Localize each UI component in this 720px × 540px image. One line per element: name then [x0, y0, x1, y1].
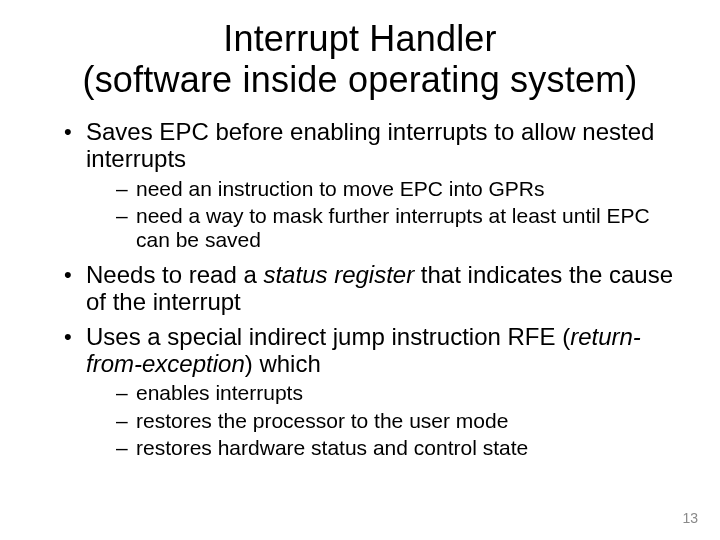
bullet-item: Needs to read a status register that ind… — [64, 262, 684, 316]
sub-item: restores hardware status and control sta… — [116, 436, 684, 460]
title-line-1: Interrupt Handler — [223, 18, 497, 59]
bullet-item: Uses a special indirect jump instruction… — [64, 324, 684, 460]
bullet-text: Saves EPC before enabling interrupts to … — [86, 118, 654, 172]
sub-item: need an instruction to move EPC into GPR… — [116, 177, 684, 201]
title-line-2: (software inside operating system) — [82, 59, 637, 100]
sub-item: restores the processor to the user mode — [116, 409, 684, 433]
sub-item: need a way to mask further interrupts at… — [116, 204, 684, 252]
sub-list: enables interrupts restores the processo… — [86, 381, 684, 459]
slide-title: Interrupt Handler (software inside opera… — [36, 18, 684, 101]
sub-list: need an instruction to move EPC into GPR… — [86, 177, 684, 252]
bullet-item: Saves EPC before enabling interrupts to … — [64, 119, 684, 252]
slide: Interrupt Handler (software inside opera… — [0, 0, 720, 540]
bullet-list: Saves EPC before enabling interrupts to … — [36, 119, 684, 460]
sub-item: enables interrupts — [116, 381, 684, 405]
page-number: 13 — [682, 510, 698, 526]
bullet-text: Uses a special indirect jump instruction… — [86, 323, 641, 377]
bullet-text: Needs to read a status register that ind… — [86, 261, 673, 315]
